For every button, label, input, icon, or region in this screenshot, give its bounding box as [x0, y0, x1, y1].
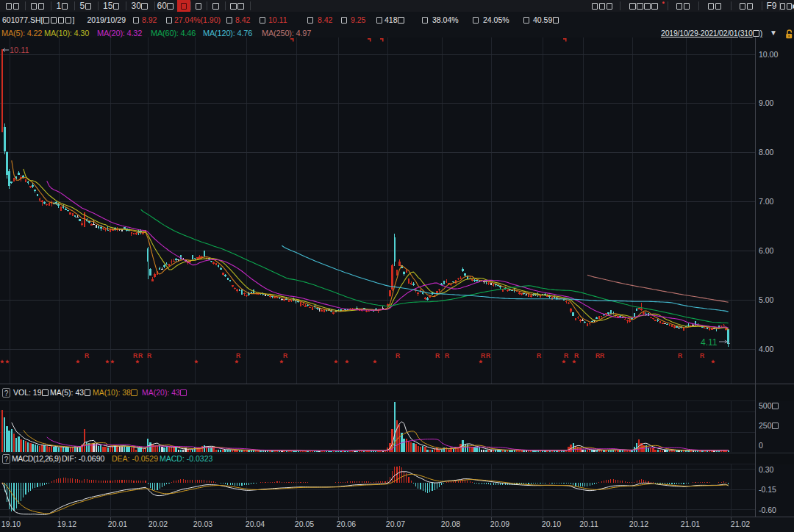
- svg-text:R: R: [236, 352, 240, 359]
- svg-text:R: R: [600, 352, 604, 359]
- svg-text:R: R: [283, 352, 287, 359]
- svg-text:R: R: [678, 352, 682, 359]
- svg-text:R: R: [574, 352, 579, 359]
- svg-text:R: R: [396, 352, 400, 359]
- svg-text:R: R: [564, 352, 568, 359]
- svg-text:4.11: 4.11: [701, 337, 718, 348]
- svg-text:R: R: [435, 352, 440, 359]
- svg-text:R: R: [85, 352, 89, 359]
- svg-text:R: R: [133, 352, 137, 359]
- svg-text:R: R: [445, 352, 449, 359]
- svg-text:R: R: [486, 352, 490, 359]
- svg-text:R: R: [537, 352, 541, 359]
- svg-text:R: R: [700, 352, 704, 359]
- svg-text:R: R: [138, 352, 143, 359]
- svg-text:R: R: [481, 352, 485, 359]
- svg-text:R: R: [147, 352, 151, 359]
- svg-text:10.11: 10.11: [10, 46, 29, 54]
